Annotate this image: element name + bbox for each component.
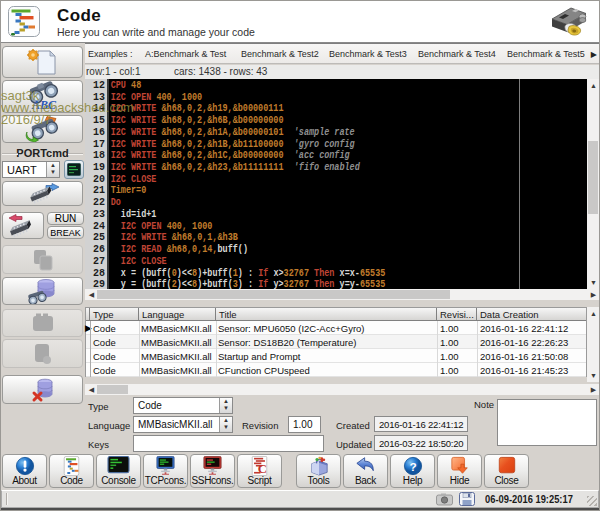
svg-text:?: ? [409, 460, 416, 474]
svg-text:C: C [258, 462, 267, 476]
